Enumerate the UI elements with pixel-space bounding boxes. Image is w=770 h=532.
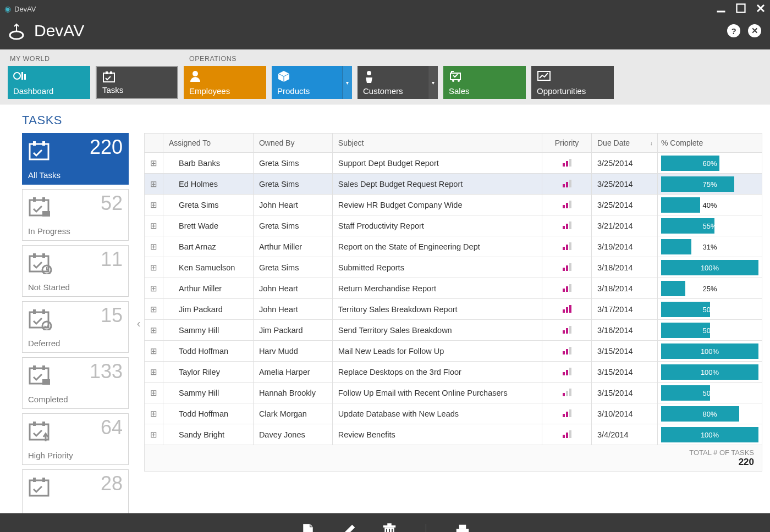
expand-toggle[interactable]: ⊞ xyxy=(145,403,163,424)
cell-pct: 80% xyxy=(658,403,762,424)
cell-pct: 100% xyxy=(658,341,762,362)
priority-icon xyxy=(563,262,571,271)
nav-products-dropdown[interactable]: ▾ xyxy=(342,66,352,99)
table-row[interactable]: ⊞ Todd Hoffman Harv Mudd Mail New Leads … xyxy=(145,341,762,362)
cell-pct: 100% xyxy=(658,424,762,445)
expand-toggle[interactable]: ⊞ xyxy=(145,174,163,195)
col-expand[interactable] xyxy=(145,134,163,153)
table-row[interactable]: ⊞ Sandy Bright Davey Jones Review Benefi… xyxy=(145,424,762,445)
cell-subject: Return Merchandise Report xyxy=(332,278,542,299)
priority-icon xyxy=(563,220,571,229)
close-button[interactable] xyxy=(756,3,766,13)
nav-products[interactable]: Products xyxy=(272,66,342,99)
table-row[interactable]: ⊞ Bart Arnaz Arthur Miller Report on the… xyxy=(145,236,762,257)
cell-due: 3/25/2014 xyxy=(592,174,658,195)
sidebar-count: 15 xyxy=(101,304,123,327)
sidebar-label: High Priority xyxy=(28,451,123,460)
svg-rect-39 xyxy=(42,478,45,482)
sidebar-label: All Tasks xyxy=(28,170,123,180)
table-row[interactable]: ⊞ Taylor Riley Amelia Harper Replace Des… xyxy=(145,362,762,383)
nav-customers-dropdown[interactable]: ▾ xyxy=(428,66,438,99)
table-row[interactable]: ⊞ Sammy Hill Jim Packard Send Territory … xyxy=(145,320,762,341)
expand-toggle[interactable]: ⊞ xyxy=(145,278,163,299)
col-due-date[interactable]: Due Date↓ xyxy=(592,134,658,153)
priority-icon xyxy=(563,367,571,375)
sidebar-item-all-tasks[interactable]: 220 All Tasks xyxy=(22,133,129,185)
nav-sales[interactable]: Sales xyxy=(443,66,526,99)
expand-toggle[interactable]: ⊞ xyxy=(145,236,163,257)
svg-rect-35 xyxy=(33,422,36,426)
sidebar-label: Deferred xyxy=(28,339,123,348)
expand-toggle[interactable]: ⊞ xyxy=(145,195,163,215)
svg-point-9 xyxy=(193,71,198,76)
priority-icon xyxy=(563,387,571,396)
cell-pct: 50% xyxy=(658,383,762,403)
sidebar-item-not-started[interactable]: 11 Not Started xyxy=(22,245,129,297)
nav-dashboard[interactable]: Dashboard xyxy=(8,66,90,99)
cell-pct: 40% xyxy=(658,195,762,215)
edit-button[interactable]: Edit xyxy=(332,523,365,532)
sidebar-item-in-progress[interactable]: 52 In Progress xyxy=(22,189,129,241)
sort-desc-icon: ↓ xyxy=(650,140,653,146)
cell-priority xyxy=(542,195,592,215)
sidebar-item-completed[interactable]: 133 Completed xyxy=(22,357,129,409)
cell-due: 3/25/2014 xyxy=(592,153,658,174)
print-button[interactable]: Print xyxy=(446,523,479,532)
table-row[interactable]: ⊞ Todd Hoffman Clark Morgan Update Datab… xyxy=(145,403,762,424)
table-row[interactable]: ⊞ Ken Samuelson Greta Sims Submitted Rep… xyxy=(145,257,762,278)
maximize-button[interactable] xyxy=(736,3,746,13)
col-priority[interactable]: Priority xyxy=(542,134,592,153)
table-row[interactable]: ⊞ Greta Sims John Heart Review HR Budget… xyxy=(145,195,762,215)
sidebar-item-high-priority[interactable]: 64 High Priority xyxy=(22,413,129,465)
table-row[interactable]: ⊞ Arthur Miller John Heart Return Mercha… xyxy=(145,278,762,299)
help-button[interactable]: ? xyxy=(727,24,740,37)
sidebar-item-deferred[interactable]: 15 Deferred xyxy=(22,301,129,353)
expand-toggle[interactable]: ⊞ xyxy=(145,424,163,445)
expand-toggle[interactable]: ⊞ xyxy=(145,299,163,320)
app-close-button[interactable]: ✕ xyxy=(748,24,761,37)
expand-toggle[interactable]: ⊞ xyxy=(145,383,163,403)
col-assigned[interactable]: Assigned To xyxy=(163,134,254,153)
sidebar-count: 220 xyxy=(90,136,123,159)
expand-toggle[interactable]: ⊞ xyxy=(145,153,163,174)
table-row[interactable]: ⊞ Sammy Hill Hannah Brookly Follow Up Em… xyxy=(145,383,762,403)
svg-rect-8 xyxy=(110,71,112,74)
delete-button[interactable]: Delete xyxy=(373,523,406,532)
priority-icon xyxy=(563,179,571,187)
expand-toggle[interactable]: ⊞ xyxy=(145,362,163,383)
expand-toggle[interactable]: ⊞ xyxy=(145,341,163,362)
minimize-button[interactable] xyxy=(716,3,726,13)
expand-toggle[interactable]: ⊞ xyxy=(145,257,163,278)
cell-subject: Staff Productivity Report xyxy=(332,215,542,236)
svg-rect-0 xyxy=(717,11,725,13)
products-icon xyxy=(277,70,337,82)
svg-rect-20 xyxy=(42,197,45,202)
cell-owned: Greta Sims xyxy=(253,153,332,174)
col-subject[interactable]: Subject xyxy=(332,134,542,153)
cell-priority xyxy=(542,174,592,195)
cell-priority xyxy=(542,341,592,362)
opportunities-icon xyxy=(537,70,608,82)
cell-due: 3/25/2014 xyxy=(592,195,658,215)
new-button[interactable]: New xyxy=(292,523,324,532)
nav-tasks[interactable]: Tasks xyxy=(96,66,178,99)
expand-toggle[interactable]: ⊞ xyxy=(145,215,163,236)
table-row[interactable]: ⊞ Jim Packard John Heart Territory Sales… xyxy=(145,299,762,320)
ribbon: MY WORLD OPERATIONS Dashboard Tasks Empl… xyxy=(0,49,770,104)
sidebar-item-item[interactable]: 28 xyxy=(22,469,129,513)
svg-point-29 xyxy=(42,322,51,330)
footer-label: TOTAL # OF TASKS xyxy=(689,448,754,457)
nav-employees[interactable]: Employees xyxy=(184,66,266,99)
cell-assigned: Greta Sims xyxy=(163,195,254,215)
table-row[interactable]: ⊞ Barb Banks Greta Sims Support Dept Bud… xyxy=(145,153,762,174)
nav-customers[interactable]: Customers xyxy=(358,66,428,99)
nav-opportunities[interactable]: Opportunities xyxy=(531,66,614,99)
cell-assigned: Todd Hoffman xyxy=(163,403,254,424)
table-row[interactable]: ⊞ Ed Holmes Greta Sims Sales Dept Budget… xyxy=(145,174,762,195)
expand-toggle[interactable]: ⊞ xyxy=(145,320,163,341)
sidebar-collapse-handle[interactable]: ‹ xyxy=(133,133,144,513)
col-owned[interactable]: Owned By xyxy=(253,134,332,153)
col-pct-complete[interactable]: % Complete xyxy=(658,134,762,153)
svg-rect-5 xyxy=(24,74,26,80)
table-row[interactable]: ⊞ Brett Wade Greta Sims Staff Productivi… xyxy=(145,215,762,236)
